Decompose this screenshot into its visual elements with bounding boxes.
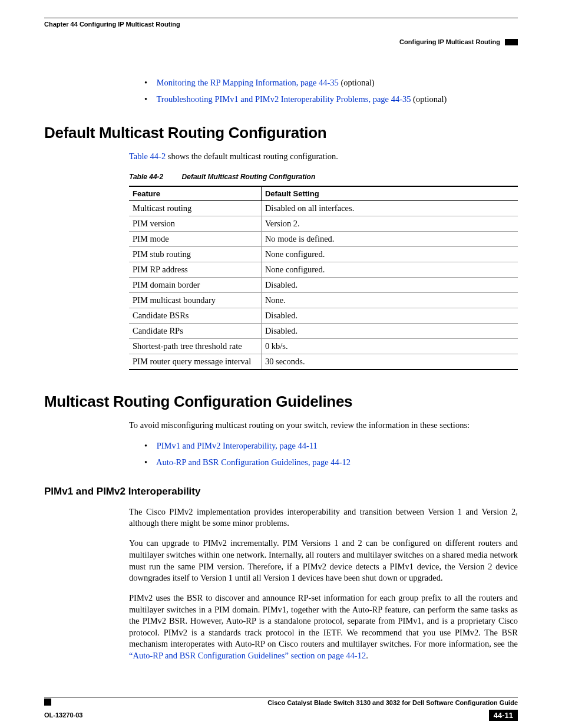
setting-cell: None configured.: [261, 247, 518, 262]
table-header-feature: Feature: [129, 186, 261, 201]
table-row: PIM modeNo mode is defined.: [129, 232, 518, 247]
table-title: Default Multicast Routing Configuration: [182, 173, 316, 181]
table-row: PIM stub routingNone configured.: [129, 247, 518, 262]
content-area: Monitoring the RP Mapping Information, p…: [44, 75, 518, 721]
interop-p1: The Cisco PIMv2 implementation provides …: [129, 506, 518, 529]
footer-pagenum: 44-11: [489, 710, 518, 721]
bullet-suffix: (optional): [339, 78, 375, 87]
table-header-default: Default Setting: [261, 186, 518, 201]
top-bullet-list: Monitoring the RP Mapping Information, p…: [144, 75, 518, 107]
setting-cell: None configured.: [261, 262, 518, 278]
table-row: PIM versionVersion 2.: [129, 216, 518, 232]
feature-cell: Candidate RPs: [129, 324, 261, 339]
running-header: Chapter 44 Configuring IP Multicast Rout…: [44, 18, 518, 28]
table-number: Table 44-2: [129, 173, 163, 181]
setting-cell: No mode is defined.: [261, 232, 518, 247]
table-row: PIM domain borderDisabled.: [129, 278, 518, 293]
guideline-bullet-list: PIMv1 and PIMv2 Interoperability, page 4…: [144, 438, 518, 470]
p3-prefix: PIMv2 uses the BSR to discover and annou…: [129, 593, 518, 648]
setting-cell: None.: [261, 293, 518, 308]
header-subtitle: Configuring IP Multicast Routing: [399, 38, 500, 45]
setting-cell: Disabled.: [261, 324, 518, 339]
intro-suffix: shows the default multicast routing conf…: [166, 151, 338, 161]
setting-cell: Disabled.: [261, 308, 518, 324]
interop-p2: You can upgrade to PIMv2 incrementally. …: [129, 538, 518, 584]
footer-marker-icon: [44, 699, 51, 706]
footer-line2: OL-13270-03 44-11: [44, 710, 518, 721]
list-item: PIMv1 and PIMv2 Interoperability, page 4…: [144, 438, 518, 454]
header-chapter: Chapter 44 Configuring IP Multicast Rout…: [44, 21, 180, 28]
table-row: PIM RP addressNone configured.: [129, 262, 518, 278]
feature-cell: Candidate BSRs: [129, 308, 261, 324]
page-container: Chapter 44 Configuring IP Multicast Rout…: [0, 0, 562, 728]
feature-cell: PIM multicast boundary: [129, 293, 261, 308]
table-row: Multicast routingDisabled on all interfa…: [129, 201, 518, 216]
feature-cell: PIM mode: [129, 232, 261, 247]
table-row: Candidate RPsDisabled.: [129, 324, 518, 339]
feature-cell: Multicast routing: [129, 201, 261, 216]
header-marker-icon: [505, 39, 518, 45]
xref-link[interactable]: Monitoring the RP Mapping Information, p…: [157, 78, 339, 87]
section-heading-guidelines: Multicast Routing Configuration Guidelin…: [44, 393, 518, 411]
bullet-suffix: (optional): [411, 94, 447, 104]
table-row: Candidate BSRsDisabled.: [129, 308, 518, 324]
list-item: Monitoring the RP Mapping Information, p…: [144, 75, 518, 91]
setting-cell: 0 kb/s.: [261, 339, 518, 354]
footer-guide-title: Cisco Catalyst Blade Switch 3130 and 303…: [110, 699, 518, 706]
running-header-right: Configuring IP Multicast Routing: [44, 28, 518, 45]
section2-intro: To avoid misconfiguring multicast routin…: [129, 420, 518, 431]
section-heading-default-config: Default Multicast Routing Configuration: [44, 124, 518, 142]
feature-cell: PIM domain border: [129, 278, 261, 293]
footer: Cisco Catalyst Blade Switch 3130 and 303…: [44, 697, 518, 706]
setting-cell: 30 seconds.: [261, 354, 518, 370]
xref-link[interactable]: Auto-RP and BSR Configuration Guidelines…: [156, 457, 351, 467]
table-header-row: Feature Default Setting: [129, 186, 518, 201]
feature-cell: PIM router query message interval: [129, 354, 261, 370]
table-ref-link[interactable]: Table 44-2: [129, 151, 166, 161]
footer-docnum: OL-13270-03: [44, 711, 82, 719]
setting-cell: Disabled on all interfaces.: [261, 201, 518, 216]
table-caption: Table 44-2 Default Multicast Routing Con…: [129, 173, 518, 181]
feature-cell: Shortest-path tree threshold rate: [129, 339, 261, 354]
default-config-table: Feature Default Setting Multicast routin…: [129, 186, 518, 370]
list-item: Auto-RP and BSR Configuration Guidelines…: [144, 454, 518, 471]
xref-link[interactable]: Troubleshooting PIMv1 and PIMv2 Interope…: [156, 94, 411, 104]
feature-cell: PIM stub routing: [129, 247, 261, 262]
table-row: Shortest-path tree threshold rate0 kb/s.: [129, 339, 518, 354]
feature-cell: PIM RP address: [129, 262, 261, 278]
section1-intro: Table 44-2 shows the default multicast r…: [129, 151, 518, 163]
subsection-heading-interop: PIMv1 and PIMv2 Interoperability: [44, 486, 518, 498]
table-row: PIM multicast boundaryNone.: [129, 293, 518, 308]
setting-cell: Disabled.: [261, 278, 518, 293]
xref-link[interactable]: “Auto-RP and BSR Configuration Guideline…: [129, 651, 366, 660]
table-row: PIM router query message interval30 seco…: [129, 354, 518, 370]
xref-link[interactable]: PIMv1 and PIMv2 Interoperability, page 4…: [157, 441, 318, 450]
p3-suffix: .: [366, 651, 368, 660]
list-item: Troubleshooting PIMv1 and PIMv2 Interope…: [144, 91, 518, 108]
interop-p3: PIMv2 uses the BSR to discover and annou…: [129, 592, 518, 661]
setting-cell: Version 2.: [261, 216, 518, 232]
feature-cell: PIM version: [129, 216, 261, 232]
